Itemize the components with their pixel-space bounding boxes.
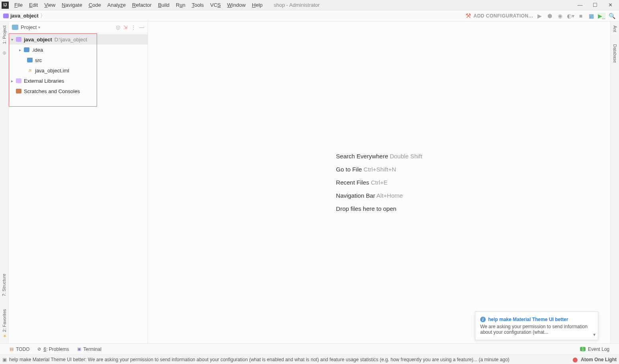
run-icon[interactable]: ▶ bbox=[535, 13, 543, 19]
menu-refactor[interactable]: Refactor bbox=[129, 2, 155, 8]
tree-external-libraries[interactable]: ▸ External Libraries bbox=[9, 76, 148, 86]
breadcrumb[interactable]: java_object 〉 bbox=[3, 12, 45, 19]
notification-title[interactable]: help make Material Theme UI better bbox=[488, 317, 568, 322]
maximize-button[interactable]: ☐ bbox=[591, 2, 599, 8]
tree-root[interactable]: ▾ java_object D:\java_object bbox=[9, 34, 148, 45]
hint-search-label: Search Everywhere bbox=[336, 153, 388, 160]
theme-icon[interactable]: ⬤ bbox=[572, 357, 578, 362]
hint-nav-label: Navigation Bar bbox=[336, 192, 375, 199]
menu-code[interactable]: Code bbox=[86, 2, 104, 8]
scratch-icon bbox=[16, 89, 21, 93]
menu-bar: IJ File Edit View Navigate Code Analyze … bbox=[0, 0, 619, 10]
tree-path: D:\java_object bbox=[55, 37, 87, 43]
profile-icon[interactable]: ◐▾ bbox=[566, 13, 574, 19]
tree-src-folder[interactable]: src bbox=[9, 55, 148, 65]
close-button[interactable]: ✕ bbox=[606, 2, 614, 8]
menu-analyze[interactable]: Analyze bbox=[104, 2, 129, 8]
folder-icon bbox=[12, 25, 18, 30]
chevron-right-icon: 〉 bbox=[40, 12, 45, 19]
menu-help[interactable]: Help bbox=[249, 2, 266, 8]
expand-icon[interactable]: ▾ bbox=[11, 37, 16, 42]
status-icon[interactable]: ▣ bbox=[2, 357, 7, 362]
tree-iml-file[interactable]: JI java_object.iml bbox=[9, 65, 148, 76]
minimize-button[interactable]: — bbox=[576, 2, 584, 8]
tree-idea-folder[interactable]: ▸ .idea bbox=[9, 45, 148, 55]
target-icon[interactable]: ◎ bbox=[116, 24, 120, 30]
library-icon bbox=[16, 78, 21, 83]
menu-window[interactable]: Window bbox=[224, 2, 249, 8]
breadcrumb-root: java_object bbox=[10, 13, 39, 19]
folder-icon bbox=[24, 47, 29, 52]
collapse-icon[interactable]: ⇲ bbox=[123, 24, 128, 30]
tree-scratches[interactable]: Scratches and Consoles bbox=[9, 86, 148, 96]
search-icon[interactable]: 🔍 bbox=[608, 13, 616, 19]
project-tree: ▾ java_object D:\java_object ▸ .idea src… bbox=[9, 33, 148, 97]
add-configuration-button[interactable]: ADD CONFIGURATION... bbox=[473, 13, 533, 19]
module-icon bbox=[16, 37, 21, 42]
expand-icon[interactable]: ▸ bbox=[11, 79, 16, 83]
menu-edit[interactable]: Edit bbox=[26, 2, 41, 8]
stop-icon[interactable]: ■ bbox=[577, 13, 585, 19]
stripe-favorites[interactable]: ★2: Favorites bbox=[2, 307, 7, 341]
tree-label: External Libraries bbox=[24, 78, 64, 84]
event-badge: 1 bbox=[580, 347, 586, 351]
coverage-icon[interactable]: ◉ bbox=[556, 13, 564, 19]
layout-icon[interactable]: ▦ bbox=[587, 13, 595, 19]
stripe-project[interactable]: 1: Project bbox=[2, 23, 7, 46]
expand-icon[interactable]: ▸ bbox=[19, 48, 24, 52]
todo-tab[interactable]: ▤TODO bbox=[10, 346, 29, 352]
notification-body: We are asking your permission to send in… bbox=[480, 324, 593, 335]
project-panel-header: Project ▾ ◎ ⇲ ⋮ — bbox=[9, 21, 148, 33]
stripe-database[interactable]: Database bbox=[613, 44, 617, 63]
menu-view[interactable]: View bbox=[41, 2, 58, 8]
tree-label: Scratches and Consoles bbox=[24, 88, 80, 94]
notification-popup: ihelp make Material Theme UI better We a… bbox=[475, 311, 598, 340]
menu-run[interactable]: Run bbox=[173, 2, 189, 8]
left-tool-stripe: 1: Project ⊕ 7: Structure ★2: Favorites bbox=[0, 21, 9, 343]
project-panel: Project ▾ ◎ ⇲ ⋮ — ▾ java_object D:\java_… bbox=[9, 21, 148, 343]
hint-goto-key: Ctrl+Shift+N bbox=[364, 166, 396, 173]
folder-icon bbox=[3, 14, 9, 18]
hint-nav-key: Alt+Home bbox=[376, 192, 403, 199]
welcome-hints: Search Everywhere Double Shift Go to Fil… bbox=[336, 146, 422, 218]
stripe-ant[interactable]: Ant bbox=[613, 25, 617, 32]
hint-recent-label: Recent Files bbox=[336, 179, 369, 186]
hint-goto-label: Go to File bbox=[336, 166, 362, 173]
folder-icon bbox=[27, 58, 33, 62]
stripe-globe-icon[interactable]: ⊕ bbox=[2, 50, 6, 56]
status-message: help make Material Theme UI better: We a… bbox=[9, 357, 510, 362]
hint-search-key: Double Shift bbox=[390, 153, 422, 160]
bottom-tool-panel: ▤TODO ⊘6: Problems ▣Terminal 1Event Log bbox=[0, 343, 619, 354]
menu-vcs[interactable]: VCS bbox=[207, 2, 224, 8]
status-bar: ▣ help make Material Theme UI better: We… bbox=[0, 354, 619, 364]
editor-area[interactable]: Search Everywhere Double Shift Go to Fil… bbox=[148, 21, 610, 343]
tree-label: src bbox=[35, 57, 42, 63]
app-icon: IJ bbox=[2, 2, 9, 9]
problems-tab[interactable]: ⊘6: Problems bbox=[37, 346, 69, 352]
settings-icon[interactable]: ⋮ bbox=[131, 24, 136, 30]
menu-file[interactable]: File bbox=[11, 2, 26, 8]
terminal-tab[interactable]: ▣Terminal bbox=[77, 346, 101, 352]
tree-label: java_object.iml bbox=[35, 68, 69, 74]
info-icon: i bbox=[480, 317, 486, 322]
hint-drop: Drop files here to open bbox=[336, 205, 397, 212]
dropdown-icon[interactable]: ▾ bbox=[38, 25, 40, 29]
tree-label: java_object bbox=[24, 37, 52, 43]
stripe-structure[interactable]: 7: Structure bbox=[2, 271, 6, 299]
project-panel-title[interactable]: Project bbox=[21, 24, 37, 30]
theme-name[interactable]: Atom One Light bbox=[581, 357, 617, 362]
menu-tools[interactable]: Tools bbox=[189, 2, 207, 8]
build-icon[interactable]: ⚒ bbox=[465, 12, 471, 19]
right-tool-stripe: Ant Database bbox=[610, 21, 619, 343]
hint-recent-key: Ctrl+E bbox=[371, 179, 387, 186]
menu-build[interactable]: Build bbox=[155, 2, 173, 8]
navigation-bar: java_object 〉 ⚒ ADD CONFIGURATION... ▶ ⬢… bbox=[0, 10, 619, 21]
window-title: shop - Administrator bbox=[274, 2, 320, 8]
menu-navigate[interactable]: Navigate bbox=[58, 2, 85, 8]
terminal-icon[interactable]: ▶_ bbox=[598, 13, 605, 19]
event-log-tab[interactable]: 1Event Log bbox=[580, 346, 609, 352]
hide-icon[interactable]: — bbox=[139, 24, 144, 30]
notification-dropdown-icon[interactable]: ▾ bbox=[593, 332, 596, 337]
tree-label: .idea bbox=[32, 47, 43, 53]
debug-icon[interactable]: ⬢ bbox=[546, 13, 554, 19]
